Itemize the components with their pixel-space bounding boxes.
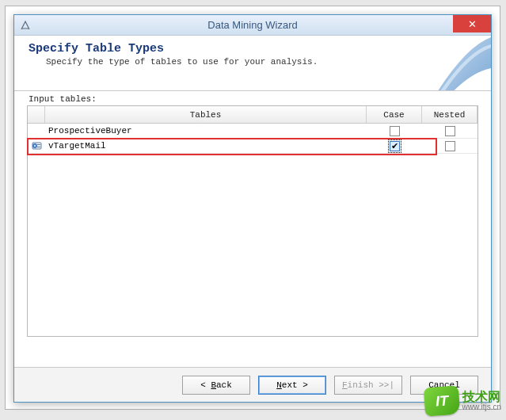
nested-checkbox[interactable] bbox=[445, 141, 455, 151]
header-graphic-icon bbox=[428, 36, 491, 91]
table-name-cell: vTargetMail bbox=[45, 139, 367, 153]
wizard-footer: < Back Next > Finish >>| Cancel bbox=[14, 367, 491, 402]
wizard-header: Specify Table Types Specify the type of … bbox=[14, 36, 491, 91]
col-nested[interactable]: Nested bbox=[422, 106, 477, 123]
table-row[interactable]: vTargetMail ✔ bbox=[28, 139, 477, 154]
titlebar[interactable]: Data Mining Wizard ✕ bbox=[14, 15, 491, 36]
app-icon bbox=[19, 19, 32, 32]
finish-button: Finish >>| bbox=[334, 376, 402, 395]
next-button[interactable]: Next > bbox=[258, 376, 326, 395]
back-button[interactable]: < Back bbox=[182, 376, 250, 395]
case-checkbox[interactable] bbox=[390, 126, 400, 136]
svg-point-2 bbox=[33, 145, 35, 147]
col-case[interactable]: Case bbox=[367, 106, 422, 123]
close-icon: ✕ bbox=[468, 18, 477, 30]
row-icon bbox=[28, 124, 45, 138]
table-header: Tables Case Nested bbox=[28, 106, 477, 124]
svg-rect-4 bbox=[37, 147, 40, 147]
case-checkbox[interactable]: ✔ bbox=[390, 141, 400, 151]
close-button[interactable]: ✕ bbox=[453, 15, 491, 32]
svg-rect-3 bbox=[37, 144, 40, 145]
window-title: Data Mining Wizard bbox=[14, 19, 491, 31]
body-area: Input tables: Tables Case Nested Prospec… bbox=[14, 91, 491, 337]
table-row[interactable]: ProspectiveBuyer bbox=[28, 124, 477, 139]
input-tables-label: Input tables: bbox=[27, 94, 478, 104]
table-name-cell: ProspectiveBuyer bbox=[45, 124, 367, 138]
cancel-button[interactable]: Cancel bbox=[410, 376, 478, 395]
page-title: Specify Table Types bbox=[29, 42, 477, 55]
nested-checkbox[interactable] bbox=[445, 126, 455, 136]
wizard-window: Data Mining Wizard ✕ Specify Table Types… bbox=[13, 14, 492, 403]
col-tables[interactable]: Tables bbox=[45, 106, 367, 123]
row-icon bbox=[28, 139, 45, 153]
col-icon bbox=[28, 106, 45, 123]
page-subtitle: Specify the type of tables to use for yo… bbox=[29, 57, 477, 67]
input-tables-grid: Tables Case Nested ProspectiveBuyer bbox=[27, 105, 478, 337]
